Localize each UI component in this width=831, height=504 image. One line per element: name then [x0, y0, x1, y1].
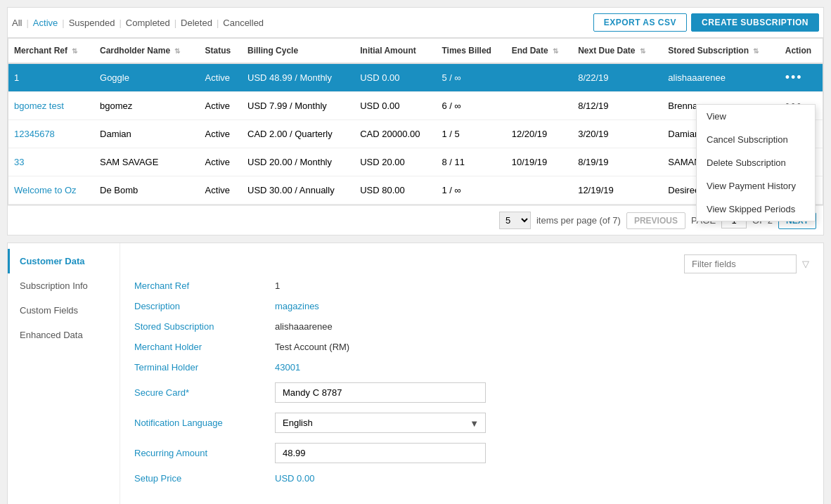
cell-status: Active — [200, 63, 242, 92]
filter-suspended[interactable]: Suspended — [69, 18, 115, 28]
merchant-ref-link[interactable]: 1 — [14, 72, 19, 83]
field-value-link: 43001 — [275, 362, 300, 373]
cell-billing: USD 30.00 / Annually — [242, 176, 354, 205]
field-label: Setup Price — [134, 473, 275, 484]
detail-header: ▽ — [134, 254, 809, 273]
field-row: Setup PriceUSD 0.00 — [134, 473, 809, 484]
field-row: Recurring Amount — [134, 443, 809, 463]
filter-completed[interactable]: Completed — [126, 18, 170, 28]
cell-times-billed: 1 / 5 — [436, 120, 505, 148]
field-input[interactable] — [275, 443, 486, 463]
cell-times-billed: 1 / ∞ — [436, 176, 505, 205]
field-label: Stored Subscription — [134, 321, 275, 332]
cell-cardholder: Damian — [94, 120, 200, 148]
action-menu-button[interactable]: ••• — [785, 70, 803, 84]
context-menu-item[interactable]: View Payment History — [697, 174, 815, 198]
detail-sidebar: Customer DataSubscription InfoCustom Fie… — [8, 243, 120, 504]
col-cardholder-name[interactable]: Cardholder Name ⇅ — [94, 39, 200, 63]
context-menu-item[interactable]: View — [697, 105, 815, 128]
field-value: alishaaarenee — [275, 321, 333, 332]
cell-status: Active — [200, 148, 242, 176]
filter-all[interactable]: All — [12, 18, 22, 28]
field-label: Merchant Ref — [134, 280, 275, 291]
items-per-page-label: items per page (of 7) — [536, 215, 621, 226]
cell-times-billed: 8 / 11 — [436, 148, 505, 176]
field-row: Merchant HolderTest Account (RM) — [134, 342, 809, 352]
field-label: Notification Language — [134, 418, 275, 428]
field-row: Notification LanguageEnglishFrenchSpanis… — [134, 413, 809, 433]
field-value-link: USD 0.00 — [275, 473, 314, 484]
field-value-link: magazines — [275, 301, 319, 311]
cell-next-due: 8/19/19 — [572, 148, 662, 176]
filter-active[interactable]: Active — [33, 18, 58, 28]
context-menu-item[interactable]: Cancel Subscription — [697, 128, 815, 151]
table-header-row: Merchant Ref ⇅ Cardholder Name ⇅ Status … — [8, 39, 823, 63]
field-select[interactable]: EnglishFrenchSpanish — [275, 413, 486, 433]
cell-initial: CAD 20000.00 — [354, 120, 436, 148]
detail-main: ▽ Merchant Ref1DescriptionmagazinesStore… — [120, 243, 823, 504]
cell-times-billed: 6 / ∞ — [436, 92, 505, 120]
col-end-date[interactable]: End Date ⇅ — [506, 39, 572, 63]
filter-fields-input[interactable] — [684, 254, 797, 273]
field-value: Test Account (RM) — [275, 342, 349, 352]
cell-cardholder: De Bomb — [94, 176, 200, 205]
cell-initial: USD 0.00 — [354, 63, 436, 92]
col-times-billed: Times Billed — [436, 39, 505, 63]
sidebar-item-enhanced-data[interactable]: Enhanced Data — [8, 323, 120, 347]
merchant-ref-link[interactable]: 33 — [14, 157, 24, 167]
cell-merchant-ref: 1 — [8, 63, 94, 92]
context-menu-item[interactable]: Delete Subscription — [697, 151, 815, 174]
field-row: Secure Card* — [134, 382, 809, 403]
filter-deleted[interactable]: Deleted — [181, 18, 212, 28]
sidebar-item-subscription-info[interactable]: Subscription Info — [8, 273, 120, 298]
field-select-wrap: EnglishFrenchSpanish▼ — [275, 413, 486, 433]
sidebar-item-customer-data[interactable]: Customer Data — [8, 249, 120, 273]
cell-cardholder: Goggle — [94, 63, 200, 92]
col-stored-subscription[interactable]: Stored Subscription ⇅ — [662, 39, 779, 63]
cell-cardholder: SAM SAVAGE — [94, 148, 200, 176]
previous-page-button[interactable]: PREVIOUS — [626, 212, 685, 229]
cell-next-due: 8/22/19 — [572, 63, 662, 92]
cell-end-date — [506, 63, 572, 92]
merchant-ref-link[interactable]: Welcome to Oz — [14, 185, 77, 195]
cell-end-date — [506, 176, 572, 205]
field-row: Stored Subscriptionalishaaarenee — [134, 321, 809, 332]
cell-initial: USD 20.00 — [354, 148, 436, 176]
field-label: Description — [134, 301, 275, 311]
cell-end-date: 10/19/19 — [506, 148, 572, 176]
cell-billing: CAD 2.00 / Quarterly — [242, 120, 354, 148]
cell-billing: USD 20.00 / Monthly — [242, 148, 354, 176]
sidebar-item-custom-fields[interactable]: Custom Fields — [8, 298, 120, 323]
merchant-ref-link[interactable]: 12345678 — [14, 129, 55, 139]
filter-cancelled[interactable]: Cancelled — [223, 18, 264, 28]
col-initial-amount: Initial Amount — [354, 39, 436, 63]
context-menu: ViewCancel SubscriptionDelete Subscripti… — [696, 104, 816, 221]
col-merchant-ref[interactable]: Merchant Ref ⇅ — [8, 39, 94, 63]
cell-merchant-ref: bgomez test — [8, 92, 94, 120]
cell-end-date — [506, 92, 572, 120]
per-page-select[interactable]: 5 10 25 — [499, 212, 531, 229]
field-label: Merchant Holder — [134, 342, 275, 352]
detail-section: Customer DataSubscription InfoCustom Fie… — [7, 243, 824, 504]
cell-status: Active — [200, 176, 242, 205]
field-label: Terminal Holder — [134, 362, 275, 373]
cell-initial: USD 0.00 — [354, 92, 436, 120]
cell-merchant-ref: 12345678 — [8, 120, 94, 148]
merchant-ref-link[interactable]: bgomez test — [14, 101, 64, 111]
table-row[interactable]: 1 Goggle Active USD 48.99 / Monthly USD … — [8, 63, 823, 92]
create-subscription-button[interactable]: CREATE SUBSCRIPTION — [691, 13, 819, 32]
cell-times-billed: 5 / ∞ — [436, 63, 505, 92]
cell-cardholder: bgomez — [94, 92, 200, 120]
col-next-due-date[interactable]: Next Due Date ⇅ — [572, 39, 662, 63]
cell-action: ••• — [780, 63, 823, 92]
cell-next-due: 12/19/19 — [572, 176, 662, 205]
export-csv-button[interactable]: EXPORT AS CSV — [593, 13, 687, 32]
field-value: 1 — [275, 280, 280, 291]
context-menu-item[interactable]: View Skipped Periods — [697, 198, 815, 221]
filter-bar: All | Active | Suspended | Completed | D… — [8, 8, 823, 38]
filter-icon: ▽ — [802, 259, 809, 269]
field-label: Secure Card* — [134, 387, 275, 398]
cell-status: Active — [200, 92, 242, 120]
field-input[interactable] — [275, 382, 486, 403]
field-label: Recurring Amount — [134, 448, 275, 458]
